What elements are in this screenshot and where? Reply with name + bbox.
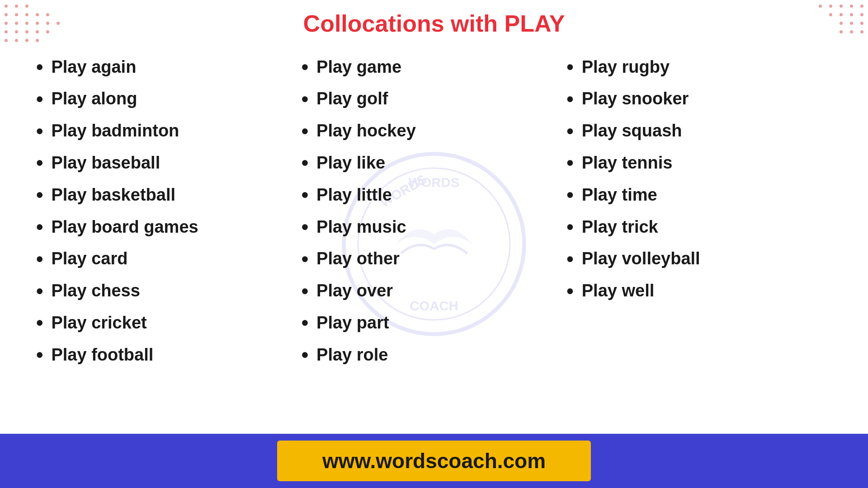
list-item: Play trick	[566, 215, 832, 239]
list-item: Play well	[566, 279, 832, 303]
list-item: Play along	[36, 87, 302, 111]
list-item: Play football	[36, 343, 302, 367]
footer: www.wordscoach.com	[0, 434, 868, 488]
list-item: Play role	[302, 343, 567, 367]
page-title: Collocations with PLAY	[0, 10, 868, 37]
list-item: Play card	[36, 247, 302, 271]
list-item: Play little	[302, 183, 567, 207]
list-item: Play music	[302, 215, 567, 239]
list-item: Play game	[302, 55, 567, 79]
list-item: Play hockey	[302, 119, 567, 143]
list-item: Play golf	[302, 87, 567, 111]
list-item: Play tennis	[566, 151, 832, 175]
column-2: Play game Play golf Play hockey Play lik…	[302, 55, 567, 375]
list-item: Play over	[302, 279, 567, 303]
column-3: Play rugby Play snooker Play squash Play…	[566, 55, 832, 375]
list-item: Play snooker	[566, 87, 832, 111]
footer-banner: www.wordscoach.com	[277, 441, 591, 481]
list-item: Play cricket	[36, 311, 302, 335]
list-item: Play squash	[566, 119, 832, 143]
list-item: Play other	[302, 247, 567, 271]
list-item: Play time	[566, 183, 832, 207]
list-item: Play basketball	[36, 183, 302, 207]
list-item: Play baseball	[36, 151, 302, 175]
list-item: Play part	[302, 311, 567, 335]
page-title-container: Collocations with PLAY	[0, 0, 868, 37]
list-item: Play volleyball	[566, 247, 832, 271]
column-1: Play again Play along Play badminton Pla…	[36, 55, 302, 375]
list-item: Play badminton	[36, 119, 302, 143]
list-item: Play like	[302, 151, 567, 175]
list-item: Play chess	[36, 279, 302, 303]
content-area: Play again Play along Play badminton Pla…	[0, 37, 868, 384]
list-item: Play board games	[36, 215, 302, 239]
list-item: Play again	[36, 55, 302, 79]
footer-url: www.wordscoach.com	[322, 449, 546, 473]
list-item: Play rugby	[566, 55, 832, 79]
